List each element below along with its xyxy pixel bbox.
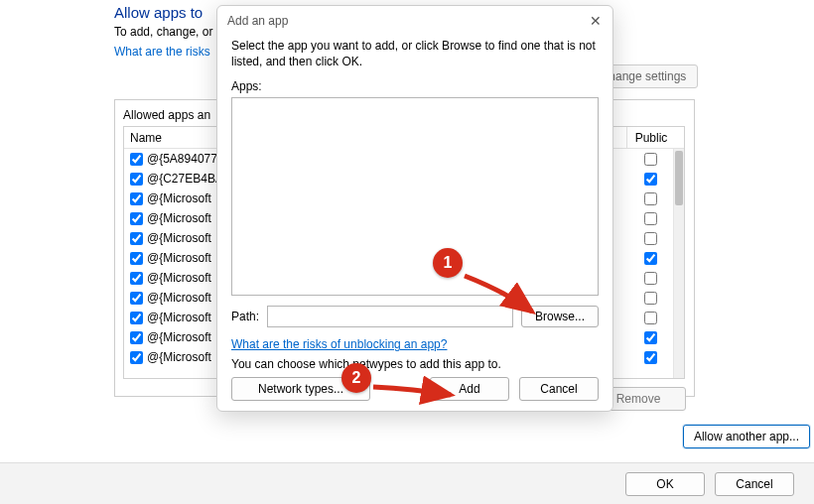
row-enable-checkbox[interactable] — [130, 331, 143, 344]
col-public[interactable]: Public — [627, 127, 675, 148]
row-public-checkbox[interactable] — [644, 212, 657, 225]
row-enable-checkbox[interactable] — [130, 351, 143, 364]
unblock-risks-link[interactable]: What are the risks of unblocking an app? — [231, 337, 447, 351]
path-label: Path: — [231, 310, 259, 323]
row-name-label: @{Microsoft — [147, 211, 211, 225]
row-public-checkbox[interactable] — [644, 351, 657, 364]
row-public-checkbox[interactable] — [644, 312, 657, 324]
row-name-label: @{Microsoft — [147, 251, 211, 265]
vertical-scrollbar[interactable] — [673, 149, 684, 378]
row-name-label: @{C27EB4BA — [147, 172, 223, 186]
callout-2: 2 — [341, 363, 371, 393]
path-input[interactable] — [267, 306, 513, 327]
row-enable-checkbox[interactable] — [130, 252, 143, 265]
ok-button[interactable]: OK — [625, 472, 705, 496]
add-an-app-dialog: Add an app ✕ Select the app you want to … — [216, 5, 613, 412]
scrollbar-thumb[interactable] — [675, 151, 683, 205]
row-enable-checkbox[interactable] — [130, 292, 143, 305]
bottom-button-bar: OK Cancel — [0, 462, 814, 504]
add-button[interactable]: Add — [430, 377, 509, 401]
row-enable-checkbox[interactable] — [130, 312, 143, 324]
row-name-label: @{Microsoft — [147, 191, 211, 205]
apps-label: Apps: — [231, 79, 599, 93]
row-enable-checkbox[interactable] — [130, 173, 143, 186]
risks-link[interactable]: What are the risks — [114, 45, 210, 59]
row-name-label: @{Microsoft — [147, 291, 211, 305]
row-public-checkbox[interactable] — [644, 331, 657, 344]
row-public-checkbox[interactable] — [644, 153, 657, 166]
row-enable-checkbox[interactable] — [130, 232, 143, 245]
row-public-checkbox[interactable] — [644, 173, 657, 186]
row-enable-checkbox[interactable] — [130, 212, 143, 225]
cancel-button[interactable]: Cancel — [715, 472, 794, 496]
close-icon[interactable]: ✕ — [585, 10, 607, 32]
dialog-title: Add an app — [227, 14, 288, 28]
network-types-note: You can choose which netwypes to add thi… — [231, 357, 599, 371]
dialog-cancel-button[interactable]: Cancel — [519, 377, 599, 401]
row-public-checkbox[interactable] — [644, 192, 657, 205]
row-public-checkbox[interactable] — [644, 232, 657, 245]
row-name-label: @{5A894077 — [147, 152, 217, 166]
callout-1: 1 — [433, 248, 463, 278]
apps-listbox[interactable] — [231, 97, 599, 296]
browse-button[interactable]: Browse... — [521, 306, 599, 327]
row-name-label: @{Microsoft — [147, 330, 211, 344]
row-enable-checkbox[interactable] — [130, 153, 143, 166]
row-name-label: @{Microsoft — [147, 231, 211, 245]
allow-another-app-button[interactable]: Allow another app... — [683, 425, 810, 448]
row-public-checkbox[interactable] — [644, 292, 657, 305]
row-name-label: @{Microsoft — [147, 271, 211, 285]
row-public-checkbox[interactable] — [644, 252, 657, 265]
row-enable-checkbox[interactable] — [130, 272, 143, 285]
row-public-checkbox[interactable] — [644, 272, 657, 285]
row-name-label: @{Microsoft — [147, 350, 211, 364]
dialog-titlebar: Add an app ✕ — [217, 6, 612, 36]
dialog-desc: Select the app you want to add, or click… — [231, 38, 599, 69]
row-enable-checkbox[interactable] — [130, 192, 143, 205]
row-name-label: @{Microsoft — [147, 311, 211, 324]
